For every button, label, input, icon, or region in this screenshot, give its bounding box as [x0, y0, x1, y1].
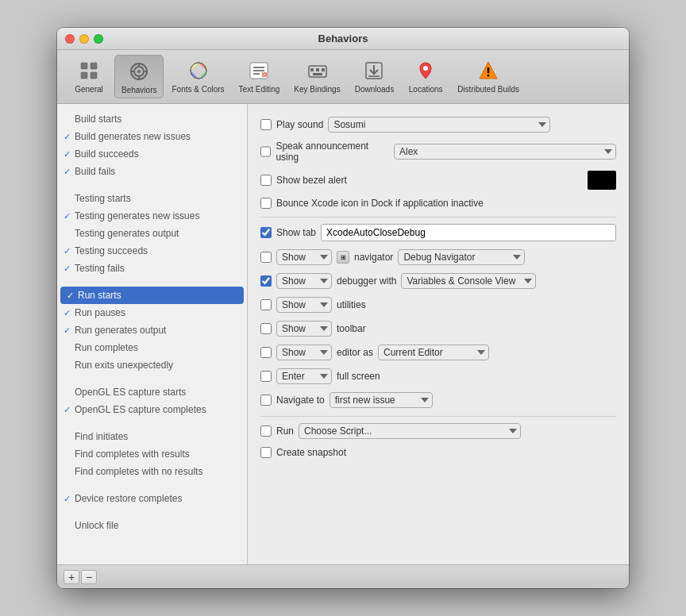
- speak-announcement-row: Speak announcement using Alex SamanthaVi…: [260, 141, 616, 163]
- sidebar-opengl-starts-label: OpenGL ES capture starts: [75, 385, 237, 399]
- play-sound-checkbox[interactable]: [260, 119, 272, 130]
- check-icon: [64, 341, 75, 355]
- play-sound-select[interactable]: Sosumi BassoBlowBottleFrog FunkGlassHero…: [328, 117, 550, 133]
- play-sound-row: Play sound Sosumi BassoBlowBottleFrog Fu…: [260, 117, 616, 133]
- navigate-to-label: Navigate to: [276, 395, 325, 406]
- sidebar-build-starts-label: Build starts: [75, 112, 237, 126]
- svg-point-6: [137, 70, 141, 73]
- navigator-show-select[interactable]: ShowHide: [276, 249, 332, 265]
- sidebar-run-exits-label: Run exits unexpectedly: [75, 358, 237, 372]
- debugger-type-select[interactable]: Variables & Console View Console View Va…: [401, 273, 536, 289]
- sidebar-item-testing-starts[interactable]: Testing starts: [57, 190, 247, 207]
- show-tab-label[interactable]: Show tab: [276, 227, 316, 238]
- check-icon: [64, 192, 75, 206]
- minimize-button[interactable]: [79, 34, 89, 44]
- close-button[interactable]: [65, 34, 75, 44]
- sidebar-item-testing-fails[interactable]: ✓ Testing fails: [57, 260, 247, 277]
- bezel-alert-label[interactable]: Show bezel alert: [276, 175, 347, 186]
- sidebar-item-device-restore[interactable]: ✓ Device restore completes: [57, 490, 247, 507]
- toolbar-distributed-builds[interactable]: Distributed Builds: [451, 55, 526, 98]
- sidebar-item-opengl-starts[interactable]: OpenGL ES capture starts: [57, 383, 247, 401]
- play-sound-label[interactable]: Play sound: [276, 119, 323, 130]
- toolbar-downloads[interactable]: Downloads: [349, 55, 400, 98]
- bounce-icon-checkbox[interactable]: [260, 198, 272, 209]
- sidebar-item-testing-succeeds[interactable]: ✓ Testing succeeds: [57, 242, 247, 260]
- toolbar-text-editing[interactable]: Text Editing: [233, 55, 287, 98]
- toolbar-key-bindings[interactable]: Key Bindings: [287, 55, 346, 98]
- separator: [57, 280, 247, 287]
- debugger-row: ShowHide debugger with Variables & Conso…: [260, 273, 616, 289]
- editor-type-select[interactable]: Current Editor Standard Editor Assistant…: [378, 345, 489, 360]
- bounce-icon-label[interactable]: Bounce Xcode icon in Dock if application…: [276, 198, 484, 209]
- sidebar-item-testing-output[interactable]: Testing generates output: [57, 225, 247, 242]
- sidebar-build-group: Build starts ✓ Build generates new issue…: [57, 110, 247, 180]
- toolbar-behaviors[interactable]: Behaviors: [114, 55, 164, 98]
- sidebar-item-run-completes[interactable]: Run completes: [57, 339, 247, 356]
- toolbar: General Behaviors: [57, 50, 629, 104]
- navigate-to-checkbox[interactable]: [260, 395, 272, 406]
- speak-voice-select[interactable]: Alex SamanthaVictoriaKaren: [394, 144, 616, 160]
- debugger-show-select[interactable]: ShowHide: [276, 273, 332, 289]
- run-checkbox[interactable]: [260, 425, 272, 437]
- snapshot-checkbox[interactable]: [260, 447, 272, 458]
- sidebar-item-opengl-completes[interactable]: ✓ OpenGL ES capture completes: [57, 401, 247, 418]
- locations-icon: [413, 58, 438, 83]
- show-editor-checkbox[interactable]: [260, 347, 272, 358]
- window-title: Behaviors: [318, 33, 368, 44]
- sidebar-item-testing-generates[interactable]: ✓ Testing generates new issues: [57, 207, 247, 225]
- sidebar-item-find-initiates[interactable]: Find initiates: [57, 428, 247, 445]
- sidebar-item-unlock-file[interactable]: Unlock file: [57, 517, 247, 534]
- sidebar-item-find-results[interactable]: Find completes with results: [57, 445, 247, 463]
- main-panel: Play sound Sosumi BassoBlowBottleFrog Fu…: [248, 104, 629, 564]
- svg-rect-1: [91, 63, 97, 69]
- check-icon: [64, 227, 75, 241]
- toolbar-general[interactable]: General: [65, 55, 113, 98]
- show-tab-checkbox[interactable]: [260, 227, 272, 238]
- toolbar-locations[interactable]: Locations: [402, 55, 449, 98]
- editor-show-select[interactable]: ShowHide: [276, 345, 332, 360]
- remove-button[interactable]: −: [81, 570, 97, 584]
- show-utilities-checkbox[interactable]: [260, 299, 272, 310]
- separator: [57, 183, 247, 190]
- show-toolbar-checkbox[interactable]: [260, 323, 272, 334]
- sidebar-item-run-exits[interactable]: Run exits unexpectedly: [57, 356, 247, 374]
- toolbar-fonts-colors[interactable]: Fonts & Colors: [165, 55, 230, 98]
- fullscreen-action-select[interactable]: EnterExit: [276, 368, 332, 384]
- bezel-alert-checkbox[interactable]: [260, 175, 272, 186]
- maximize-button[interactable]: [94, 34, 103, 44]
- sidebar-find-initiates-label: Find initiates: [75, 429, 237, 444]
- svg-rect-3: [91, 72, 97, 79]
- separator: [57, 510, 247, 517]
- svg-rect-20: [310, 68, 314, 71]
- speak-announcement-label[interactable]: Speak announcement using: [276, 141, 389, 163]
- fullscreen-checkbox[interactable]: [260, 371, 272, 382]
- bezel-alert-row: Show bezel alert: [260, 171, 616, 190]
- sidebar-testing-starts-label: Testing starts: [75, 191, 237, 206]
- sidebar-item-run-generates[interactable]: ✓ Run generates output: [57, 321, 247, 339]
- sidebar-item-build-fails[interactable]: ✓ Build fails: [57, 163, 247, 180]
- toolbar-show-select[interactable]: ShowHide: [276, 321, 332, 337]
- show-navigator-checkbox[interactable]: [260, 252, 272, 263]
- show-tab-input[interactable]: [321, 224, 616, 241]
- snapshot-label[interactable]: Create snapshot: [276, 447, 346, 458]
- sidebar-item-build-succeeds[interactable]: ✓ Build succeeds: [57, 145, 247, 163]
- sidebar-item-build-starts[interactable]: Build starts: [57, 110, 247, 128]
- snapshot-row: Create snapshot: [260, 447, 616, 458]
- toolbar-text-editing-label: Text Editing: [239, 85, 280, 94]
- sidebar-item-run-pauses[interactable]: ✓ Run pauses: [57, 304, 247, 321]
- navigate-to-select[interactable]: first new issue next issue previous issu…: [330, 392, 433, 408]
- general-icon: [76, 58, 102, 83]
- fullscreen-row: EnterExit full screen: [260, 368, 616, 384]
- run-label[interactable]: Run: [276, 425, 294, 437]
- show-debugger-checkbox[interactable]: [260, 275, 272, 287]
- speak-announcement-checkbox[interactable]: [260, 146, 271, 157]
- navigator-icon: ⊞: [337, 251, 349, 264]
- sidebar-item-run-starts[interactable]: ✓ Run starts: [60, 287, 244, 304]
- navigator-type-select[interactable]: Debug Navigator Project Navigator Symbol…: [398, 249, 525, 265]
- utilities-show-select[interactable]: ShowHide: [276, 297, 332, 313]
- sidebar-item-find-no-results[interactable]: Find completes with no results: [57, 463, 247, 480]
- sidebar-item-build-generates[interactable]: ✓ Build generates new issues: [57, 128, 247, 145]
- add-button[interactable]: +: [64, 570, 79, 584]
- run-script-select[interactable]: Choose Script...: [299, 423, 521, 439]
- sidebar: Build starts ✓ Build generates new issue…: [57, 104, 248, 564]
